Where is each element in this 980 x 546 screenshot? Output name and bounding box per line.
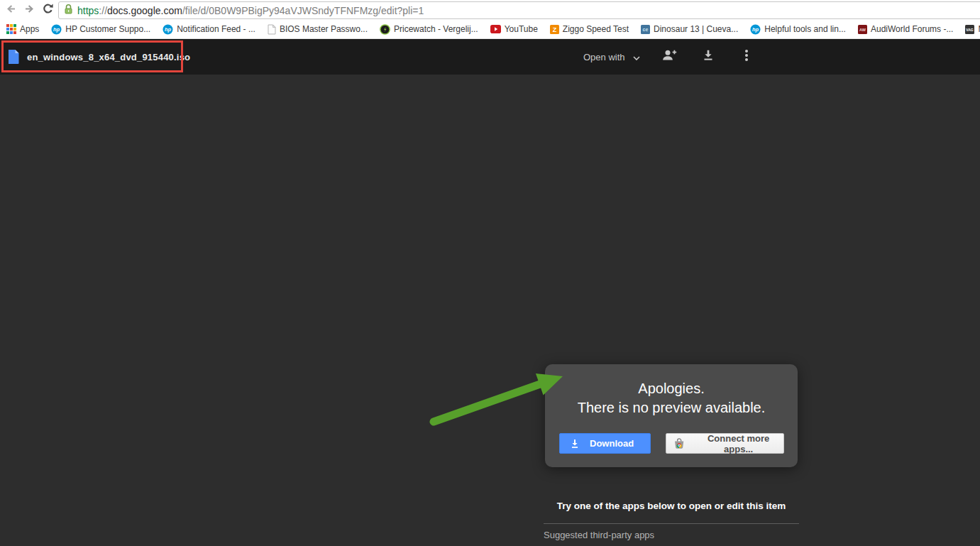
back-button[interactable] (1, 1, 20, 19)
bookmark-audiworld-forums[interactable]: AW AudiWorld Forums -... (858, 24, 953, 34)
svg-text:Z: Z (553, 26, 557, 33)
vag-icon: VAG (965, 25, 974, 34)
back-icon (4, 2, 18, 18)
url-path: /file/d/0B0W9PBigPy94aVJWSndyTFNFMzg/edi… (182, 5, 424, 16)
bookmark-label: BIOS Master Passwo... (280, 24, 368, 34)
download-arrow-icon (569, 438, 580, 449)
bookmark-mk2-tt[interactable]: VAG MK2 TT 3... (965, 24, 980, 34)
svg-text:hp: hp (752, 26, 759, 33)
bookmark-dinosaur-13[interactable]: ce Dinosaur 13 | Cueva... (641, 24, 738, 34)
bookmark-youtube[interactable]: YouTube (490, 24, 538, 34)
connect-more-apps-button[interactable]: Connect more apps... (666, 433, 784, 454)
bookmarks-bar: Apps hp HP Customer Suppo... hp Notifica… (0, 20, 980, 39)
url-domain: docs.google.com (107, 5, 182, 16)
ce-icon: ce (641, 25, 650, 34)
bookmark-label: Notification Feed - ... (177, 24, 255, 34)
bookmark-label: Dinosaur 13 | Cueva... (654, 24, 738, 34)
chrome-webstore-icon (673, 438, 685, 449)
pricewatch-icon (380, 24, 390, 35)
audiworld-icon: AW (858, 25, 867, 34)
bookmark-label: Helpful tools and lin... (764, 24, 846, 34)
url-scheme: https (77, 5, 99, 16)
hp-icon: hp (163, 24, 173, 35)
no-preview-dialog: Apologies. There is no preview available… (545, 364, 798, 467)
download-toolbar-button[interactable] (700, 48, 717, 65)
open-with-button[interactable]: Open with (583, 39, 640, 75)
browser-chrome: https://docs.google.com/file/d/0B0W9PBig… (0, 0, 980, 39)
hp-icon: hp (750, 24, 761, 35)
bookmark-label: Apps (20, 24, 39, 34)
try-apps-text: Try one of the apps below to open or edi… (544, 501, 799, 511)
youtube-icon (490, 25, 501, 33)
download-button-label: Download (590, 438, 634, 449)
reload-button[interactable] (38, 1, 57, 19)
more-options-button[interactable] (738, 48, 755, 65)
preview-area: Apologies. There is no preview available… (0, 75, 980, 546)
bookmark-helpful-tools[interactable]: hp Helpful tools and lin... (750, 24, 846, 35)
svg-text:AW: AW (859, 28, 866, 32)
person-add-icon (661, 47, 678, 67)
browser-window: https://docs.google.com/file/d/0B0W9PBig… (0, 0, 980, 546)
bookmark-hp-customer-support[interactable]: hp HP Customer Suppo... (51, 24, 150, 35)
connect-button-label: Connect more apps... (693, 433, 783, 454)
chevron-down-icon (633, 52, 640, 62)
divider (544, 523, 799, 524)
bookmark-label: HP Customer Suppo... (65, 24, 150, 34)
more-vert-icon (738, 47, 755, 67)
forward-button[interactable] (20, 1, 38, 19)
address-bar[interactable]: https://docs.google.com/file/d/0B0W9PBig… (58, 1, 980, 19)
svg-text:ce: ce (643, 27, 649, 32)
download-icon (700, 48, 716, 66)
hp-icon: hp (51, 24, 62, 35)
bookmark-pricewatch[interactable]: Pricewatch - Vergelij... (380, 24, 478, 35)
bookmark-bios-master-password[interactable]: BIOS Master Passwo... (268, 24, 368, 35)
navigation-row: https://docs.google.com/file/d/0B0W9PBig… (0, 0, 980, 20)
bookmark-label: Pricewatch - Vergelij... (394, 24, 478, 34)
bookmark-apps[interactable]: Apps (6, 24, 39, 34)
doc-page-icon (268, 24, 276, 35)
svg-text:VAG: VAG (967, 28, 974, 32)
suggested-apps-label: Suggested third-party apps (544, 530, 654, 540)
dialog-subtitle: There is no preview available. (545, 398, 798, 418)
bookmark-label: YouTube (505, 24, 538, 34)
svg-text:hp: hp (165, 26, 172, 33)
ziggo-icon: Z (550, 25, 559, 34)
download-button[interactable]: Download (559, 433, 651, 454)
dialog-title: Apologies. (545, 379, 798, 398)
bookmark-label: AudiWorld Forums -... (871, 24, 953, 34)
bookmark-ziggo-speed-test[interactable]: Z Ziggo Speed Test (550, 24, 629, 34)
open-with-label: Open with (583, 52, 625, 62)
svg-text:hp: hp (53, 26, 60, 33)
share-button[interactable] (661, 48, 678, 65)
bookmark-label: Ziggo Speed Test (563, 24, 629, 34)
apps-grid-icon (6, 24, 16, 34)
forward-icon (23, 2, 36, 18)
bookmark-notification-feed[interactable]: hp Notification Feed - ... (163, 24, 255, 35)
highlight-rectangle-annotation (1, 40, 183, 72)
url-separator: :// (99, 5, 107, 16)
lock-icon (64, 4, 73, 17)
reload-icon (41, 2, 55, 18)
